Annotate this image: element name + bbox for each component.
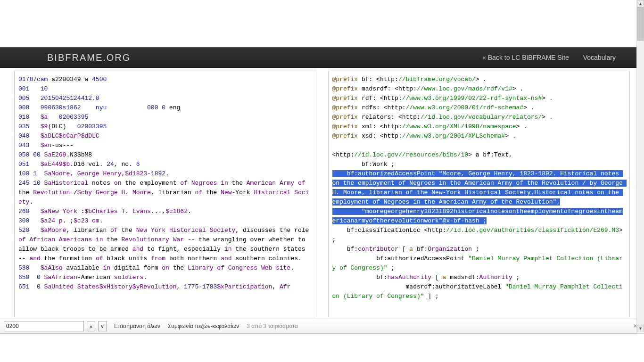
back-link[interactable]: « Back to LC BIBFRAME Site <box>482 54 569 61</box>
match-case-option[interactable]: Συμφωνία πεζών-κεφαλαίων <box>168 323 239 329</box>
highlight-all-option[interactable]: Επισήμανση όλων <box>114 323 160 329</box>
site-navbar: BIBFRAME.ORG « Back to LC BIBFRAME Site … <box>0 47 644 68</box>
marc-panel[interactable]: 01787cam a2200349 a 4500 001 10 005 2015… <box>14 71 316 317</box>
turtle-panel[interactable]: @prefix bf: <http://bibframe.org/vocab/>… <box>328 71 630 317</box>
find-prev-button[interactable]: ʌ <box>87 321 95 331</box>
find-input[interactable] <box>4 321 84 331</box>
find-next-button[interactable]: v <box>98 321 107 331</box>
scroll-down-icon[interactable]: ▼ <box>637 325 644 332</box>
vocabulary-link[interactable]: Vocabulary <box>583 54 616 61</box>
vertical-scrollbar[interactable]: ▲ ▼ <box>636 0 644 332</box>
content-area: 01787cam a2200349 a 4500 001 10 005 2015… <box>14 71 630 317</box>
scroll-up-icon[interactable]: ▲ <box>637 0 644 8</box>
marc-leader: 01787cam <box>18 76 51 83</box>
find-bar: ʌ v Επισήμανση όλων Συμφωνία πεζών-κεφαλ… <box>0 319 644 334</box>
scroll-thumb[interactable] <box>637 8 644 41</box>
match-count: 3 από 3 ταιριάσματα <box>247 323 298 329</box>
browser-top-area <box>0 0 644 47</box>
site-brand: BIBFRAME.ORG <box>47 52 131 63</box>
selected-text: bf:authorizedAccessPoint "Moore, George … <box>332 170 627 224</box>
